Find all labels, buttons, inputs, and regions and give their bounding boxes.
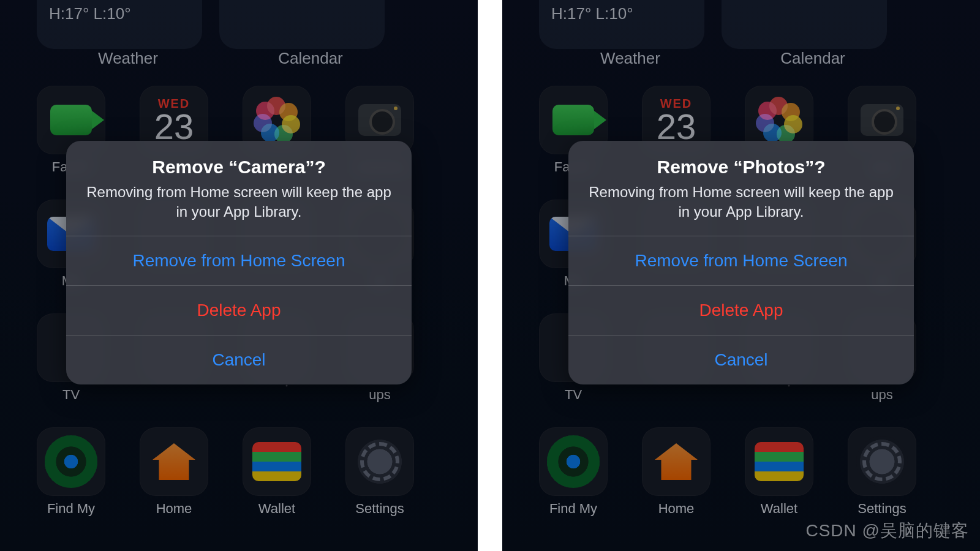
alert-message: Removing from Home screen will keep the … [83,182,394,222]
right-screenshot: Clear H:17° L:10° Weather Calendar FaceT… [502,0,980,551]
pane-gap [478,0,502,551]
alert-title: Remove “Camera”? [83,157,394,178]
alert-title: Remove “Photos”? [586,157,897,178]
remove-from-home-button[interactable]: Remove from Home Screen [66,236,412,285]
cancel-button[interactable]: Cancel [568,335,914,384]
alert-message: Removing from Home screen will keep the … [586,182,897,222]
remove-app-alert: Remove “Camera”? Removing from Home scre… [66,141,412,384]
left-screenshot: Clear H:17° L:10° Weather Calendar FaceT… [0,0,478,551]
delete-app-button[interactable]: Delete App [568,285,914,335]
remove-app-alert: Remove “Photos”? Removing from Home scre… [568,141,914,384]
cancel-button[interactable]: Cancel [66,335,412,384]
delete-app-button[interactable]: Delete App [66,285,412,335]
remove-from-home-button[interactable]: Remove from Home Screen [568,236,914,285]
watermark: CSDN @吴脑的键客 [805,519,969,542]
